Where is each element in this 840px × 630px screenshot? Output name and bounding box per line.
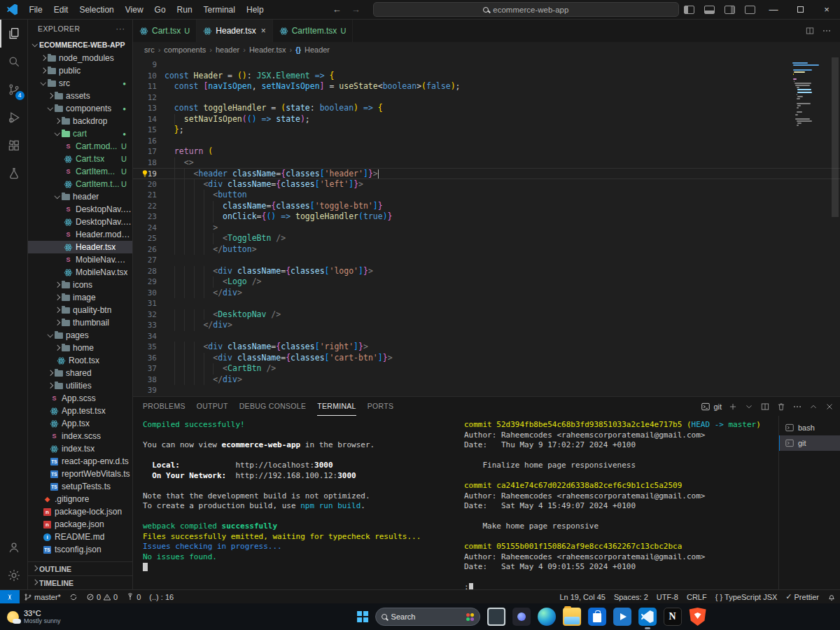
branch-indicator[interactable]: master* (20, 590, 65, 604)
tree-item-react-app-env-d-ts[interactable]: TSreact-app-env.d.ts (28, 455, 132, 468)
taskbar-search[interactable]: Search (375, 608, 480, 626)
terminal-output-git[interactable]: commit 52d394fb8be54c68b3fd93851033a2c1e… (458, 416, 778, 589)
sync-button[interactable] (65, 590, 82, 604)
tree-item-pages[interactable]: pages (28, 329, 132, 342)
code-line-16[interactable]: 16 (133, 136, 840, 147)
minimize-button[interactable]: — (760, 0, 787, 20)
source-control-icon[interactable]: 4 (0, 76, 28, 104)
code-line-15[interactable]: 15 }; (133, 125, 840, 136)
panel-tab-ports[interactable]: PORTS (368, 397, 393, 416)
breadcrumb-item[interactable]: components (164, 46, 206, 54)
explorer-app-icon[interactable] (563, 608, 581, 626)
breadcrumb-item[interactable]: header (216, 46, 239, 54)
code-line-27[interactable]: 27 (133, 255, 840, 266)
forward-arrow-icon[interactable]: → (351, 4, 360, 15)
panel-tab-problems[interactable]: PROBLEMS (143, 397, 186, 416)
menu-selection[interactable]: Selection (74, 0, 119, 20)
tree-item-desktopnav-m-[interactable]: SDesktopNav.m... (28, 203, 132, 216)
start-button[interactable] (357, 611, 368, 622)
tree-item-utilities[interactable]: utilities (28, 379, 132, 392)
menu-edit[interactable]: Edit (48, 0, 74, 20)
code-line-34[interactable]: 34 (133, 331, 840, 342)
tab-cart.tsx[interactable]: Cart.tsxU (133, 20, 197, 42)
code-line-24[interactable]: 24 > (133, 223, 840, 234)
code-line-11[interactable]: 11 const [navIsOpen, setNavIsOpen] = use… (133, 81, 840, 92)
code-line-19[interactable]: 19 <header className={classes['header']}… (133, 168, 840, 179)
code-line-32[interactable]: 32 <DesktopNav /> (133, 309, 840, 321)
tree-item-public[interactable]: public (28, 64, 132, 77)
code-line-12[interactable]: 12 (133, 92, 840, 104)
code-line-30[interactable]: 30 </div> (133, 288, 840, 299)
timeline-section[interactable]: TIMELINE (28, 575, 132, 589)
tree-item-shared[interactable]: shared (28, 367, 132, 379)
explorer-icon[interactable] (0, 20, 28, 48)
terminal-dropdown-icon[interactable] (744, 402, 754, 412)
tree-item-app-test-tsx[interactable]: App.test.tsx (28, 405, 132, 417)
explorer-more-icon[interactable]: ··· (116, 24, 126, 33)
store-app-icon[interactable] (588, 608, 606, 626)
toggle-secondary-sidebar-icon[interactable] (724, 6, 735, 14)
tree-item-image[interactable]: image (28, 291, 132, 304)
tree-item-thumbnail[interactable]: thumbnail (28, 316, 132, 329)
breadcrumb-item[interactable]: Header.tsx (249, 46, 286, 54)
code-line-20[interactable]: 20 <div className={classes['left']}> (133, 179, 840, 190)
more-actions-icon[interactable] (792, 402, 802, 412)
tree-item-cart[interactable]: cart● (28, 127, 132, 140)
new-terminal-icon[interactable] (728, 402, 738, 412)
code-line-33[interactable]: 33 </div> (133, 320, 840, 331)
brave-app-icon[interactable] (689, 608, 707, 626)
tree-item-components[interactable]: components● (28, 102, 132, 115)
tree-item-index-tsx[interactable]: index.tsx (28, 442, 132, 455)
tree-item-cartitem-[interactable]: SCartItem...U (28, 165, 132, 178)
tree-item-header-modul-[interactable]: SHeader.modul... (28, 228, 132, 241)
customize-layout-icon[interactable] (745, 6, 755, 14)
tree-item-quality-btn[interactable]: quality-btn (28, 304, 132, 316)
edge-app-icon[interactable] (538, 608, 556, 626)
cursor-position[interactable]: Ln 19, Col 45 (555, 590, 609, 604)
tree-item-node-modules[interactable]: node_modules (28, 52, 132, 64)
tree-item-index-scss[interactable]: Sindex.scss (28, 430, 132, 442)
tree-item-setuptests-ts[interactable]: TSsetupTests.ts (28, 480, 132, 493)
breadcrumb-item[interactable]: Header (304, 46, 330, 54)
minimap[interactable] (792, 60, 829, 130)
back-arrow-icon[interactable]: ← (332, 4, 342, 15)
editor-scrollbar[interactable] (832, 57, 839, 217)
code-line-37[interactable]: 37 <CartBtn /> (133, 363, 840, 374)
panel-tab-debug-console[interactable]: DEBUG CONSOLE (239, 397, 307, 416)
split-editor-icon[interactable] (805, 26, 815, 36)
remote-indicator[interactable] (0, 590, 20, 604)
ports-indicator[interactable]: 0 (122, 590, 145, 604)
outline-section[interactable]: OUTLINE (28, 561, 132, 575)
menu-run[interactable]: Run (172, 0, 198, 20)
command-center-search[interactable]: ecommerce-web-app (373, 2, 679, 17)
account-icon[interactable] (0, 533, 28, 561)
code-line-35[interactable]: 35 <div className={classes['right']}> (133, 342, 840, 353)
eol-indicator[interactable]: CRLF (682, 590, 711, 604)
code-line-9[interactable]: 9 (133, 59, 840, 71)
toggle-sidebar-icon[interactable] (684, 6, 694, 14)
tree-item-header[interactable]: header (28, 190, 132, 203)
settings-gear-icon[interactable] (0, 561, 28, 589)
weather-widget[interactable]: 33°C Mostly sunny (0, 609, 61, 625)
menu-file[interactable]: File (23, 0, 48, 20)
tree-item-root-tsx[interactable]: Root.tsx (28, 354, 132, 367)
split-terminal-icon[interactable] (760, 402, 770, 412)
tree-item-reportwebvitals-ts[interactable]: TSreportWebVitals.ts (28, 468, 132, 480)
code-line-18[interactable]: 18 <> (133, 158, 840, 169)
blueapp-app-icon[interactable] (613, 608, 631, 626)
tree-item-cartitem-t-[interactable]: CartItem.t...U (28, 178, 132, 190)
breadcrumb-item[interactable]: src (144, 46, 155, 54)
terminal-output-npm[interactable]: Compiled successfully! You can now view … (133, 416, 458, 589)
monitor-app-icon[interactable] (487, 608, 505, 626)
darkapp-app-icon[interactable] (512, 608, 531, 626)
menu-view[interactable]: View (120, 0, 149, 20)
terminal-profile[interactable]: git (701, 402, 722, 412)
editor-more-icon[interactable] (822, 26, 832, 36)
toggle-panel-icon[interactable] (704, 6, 715, 14)
maximize-button[interactable] (787, 0, 813, 20)
tree-item-app-scss[interactable]: SApp.scss (28, 392, 132, 405)
menu-terminal[interactable]: Terminal (198, 0, 241, 20)
tree-item-assets[interactable]: assets (28, 90, 132, 102)
code-line-21[interactable]: 21 <button (133, 190, 840, 201)
tab-header.tsx[interactable]: Header.tsx× (197, 20, 272, 42)
